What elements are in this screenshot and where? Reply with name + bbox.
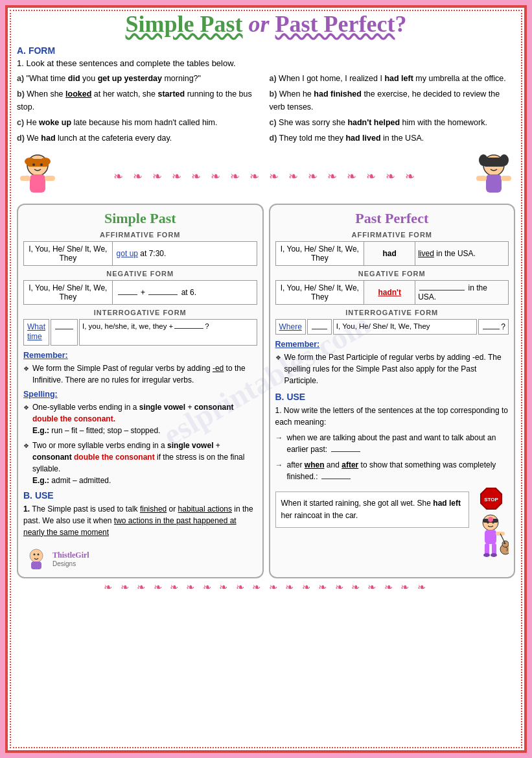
svg-rect-3: [27, 159, 49, 167]
list-item: a) When I got home, I realized I had lef…: [270, 72, 516, 85]
svg-point-14: [496, 163, 499, 166]
pp-negative-table: I, You, He/ She/ It, We, They hadn't in …: [275, 280, 509, 305]
table-row: I, You, He/ She/ It, We, They hadn't in …: [275, 280, 509, 304]
pp-affirmative-label: AFFIRMATIVE FORM: [275, 231, 509, 239]
divider-area: ❧ ❧ ❧ ❧ ❧ ❧ ❧ ❧ ❧ ❧ ❧ ❧ ❧ ❧ ❧ ❧: [17, 152, 515, 201]
svg-point-5: [40, 163, 43, 166]
sp-subject-cell: I, You, He/ She/ It, We, They: [24, 241, 113, 265]
section-a-instruction: 1. Look at these sentences and complete …: [17, 58, 515, 68]
svg-rect-16: [476, 176, 487, 181]
character-stop-icon: [473, 514, 509, 562]
divider-curls: ❧ ❧ ❧ ❧ ❧ ❧ ❧ ❧ ❧ ❧ ❧ ❧ ❧ ❧ ❧ ❧: [59, 169, 473, 184]
svg-rect-17: [501, 176, 511, 181]
table-row: I, You, He/ She/ It, We, They had lived …: [275, 241, 509, 265]
tense-boxes: Simple Past AFFIRMATIVE FORM I, You, He/…: [17, 204, 515, 578]
past-perfect-box: Past Perfect AFFIRMATIVE FORM I, You, He…: [269, 204, 516, 578]
pp-arrow2: after when and after to show that someth…: [275, 459, 509, 482]
sp-spelling-label: Spelling:: [23, 390, 257, 399]
stop-sign-icon: STOP: [479, 486, 503, 511]
bottom-curl-row: ❧ ❧ ❧ ❧ ❧ ❧ ❧ ❧ ❧ ❧ ❧ ❧ ❧ ❧ ❧ ❧ ❧ ❧ ❧ ❧: [17, 581, 515, 593]
pp-use-section: B. USE 1. Now write the letters of the s…: [275, 392, 509, 482]
list-item: b) When he had finished the exercise, he…: [270, 88, 516, 113]
list-item: c) She was sorry she hadn't helped him w…: [270, 116, 516, 129]
svg-point-26: [488, 517, 493, 522]
sp-negative-label: NEGATIVE FORM: [23, 270, 257, 278]
sp-aff-value-cell: got up at 7:30.: [112, 241, 257, 265]
svg-rect-6: [30, 174, 45, 193]
svg-point-20: [38, 553, 40, 555]
sp-neg-subject: I, You, He/ She/ It, We, They: [24, 280, 113, 304]
simple-past-box: Simple Past AFFIRMATIVE FORM I, You, He/…: [17, 204, 264, 578]
svg-point-19: [34, 553, 36, 555]
pp-interrog-row: Where I, You, He/ She/ It, We, They ?: [275, 319, 509, 335]
sp-remember-text: We form the Simple Past of regular verbs…: [23, 362, 257, 386]
sp-interrog-row: Whattime I, you, he/she, it, we, they +?: [23, 319, 257, 346]
pp-neg-blank-cell: in the USA.: [415, 280, 509, 304]
svg-point-28: [492, 521, 494, 523]
stop-character-area: STOP: [473, 486, 509, 562]
right-sentences: a) When I got home, I realized I had lef…: [270, 72, 516, 147]
list-item: a) "What time did you get up yesterday m…: [17, 72, 263, 85]
svg-point-4: [32, 163, 35, 166]
example-box: When it started raining, she got all wet…: [275, 492, 470, 528]
sp-use-section: B. USE 1. The Simple past is used to tal…: [23, 490, 257, 538]
svg-point-32: [483, 553, 490, 557]
pp-interrog-blank2: ?: [478, 319, 509, 335]
sp-affirmative-label: AFFIRMATIVE FORM: [23, 231, 257, 239]
sp-use-text: 1. The Simple past is used to talk finis…: [23, 503, 257, 538]
example-area: When it started raining, she got all wet…: [275, 486, 509, 562]
sp-affirmative-table: I, You, He/ She/ It, We, They got up at …: [23, 241, 257, 266]
svg-point-33: [491, 553, 497, 557]
character-right-icon: [473, 152, 515, 201]
sp-use-header: B. USE: [23, 490, 257, 501]
pp-had-cell: had: [364, 241, 415, 265]
pp-subject-cell: I, You, He/ She/ It, We, They: [275, 241, 364, 265]
list-item: b) When she looked at her watch, she sta…: [17, 88, 263, 113]
sp-wh-word[interactable]: Whattime: [23, 319, 49, 346]
logo-text: ThistleGirl Designs: [52, 551, 89, 567]
pp-remember-section: Remember: We form the Past Participle of…: [275, 340, 509, 386]
logo-area: ThistleGirl Designs: [23, 546, 257, 572]
sp-remember-label: Remember:: [23, 351, 257, 360]
sp-interrog-label: INTERROGATIVE FORM: [23, 309, 257, 316]
pp-lived-cell: lived in the USA.: [415, 241, 509, 265]
title-simple-past: Simple Past: [126, 11, 243, 37]
sp-spelling2: Two or more syllable verbs ending in a s…: [23, 440, 257, 486]
sp-neg-value: + at 6.: [112, 280, 257, 304]
pp-neg-subject: I, You, He/ She/ It, We, They: [275, 280, 364, 304]
svg-rect-7: [20, 176, 30, 181]
sentences-area: a) "What time did you get up yesterday m…: [17, 72, 515, 147]
sp-interrog-rest: I, you, he/she, it, we, they +?: [79, 319, 257, 346]
sp-interrog-blank1: [51, 319, 78, 346]
list-item: d) They told me they had lived in the US…: [270, 132, 516, 145]
left-sentences: a) "What time did you get up yesterday m…: [17, 72, 263, 147]
list-item: d) We had lunch at the cafeteria every d…: [17, 132, 263, 145]
pp-affirmative-table: I, You, He/ She/ It, We, They had lived …: [275, 241, 509, 266]
pp-remember-text: We form the Past Participle of regular v…: [275, 351, 509, 386]
svg-point-13: [489, 163, 491, 166]
svg-text:STOP: STOP: [484, 497, 498, 503]
svg-rect-29: [485, 530, 496, 544]
pp-hadnt-cell: hadn't: [364, 280, 415, 304]
pp-use-header: B. USE: [275, 392, 509, 402]
pp-interrog-label: INTERROGATIVE FORM: [275, 309, 509, 316]
pp-where-cell[interactable]: Where: [275, 319, 306, 335]
table-row: I, You, He/ She/ It, We, They got up at …: [24, 241, 257, 265]
svg-point-18: [30, 549, 43, 562]
svg-rect-21: [31, 562, 41, 569]
pp-arrow1: when we are talking about the past and w…: [275, 432, 509, 455]
section-a-header: A. FORM: [17, 45, 515, 56]
svg-point-27: [487, 521, 489, 523]
logo-icon: [23, 546, 49, 572]
sp-negative-table: I, You, He/ She/ It, We, They + at 6.: [23, 280, 257, 305]
table-row: I, You, He/ She/ It, We, They + at 6.: [24, 280, 257, 304]
content-area: A. FORM 1. Look at these sentences and c…: [12, 43, 520, 598]
simple-past-title: Simple Past: [23, 210, 257, 227]
pp-use-instruction: 1. Now write the letters of the sentence…: [275, 405, 509, 428]
svg-rect-12: [483, 158, 505, 167]
page-container: eslprintables.com Simple Past or Past Pe…: [5, 5, 527, 753]
svg-rect-15: [486, 174, 502, 193]
sp-remember-section: Remember: We form the Simple Past of reg…: [23, 351, 257, 386]
sp-gotup: got up: [117, 249, 138, 258]
svg-rect-8: [45, 176, 55, 181]
